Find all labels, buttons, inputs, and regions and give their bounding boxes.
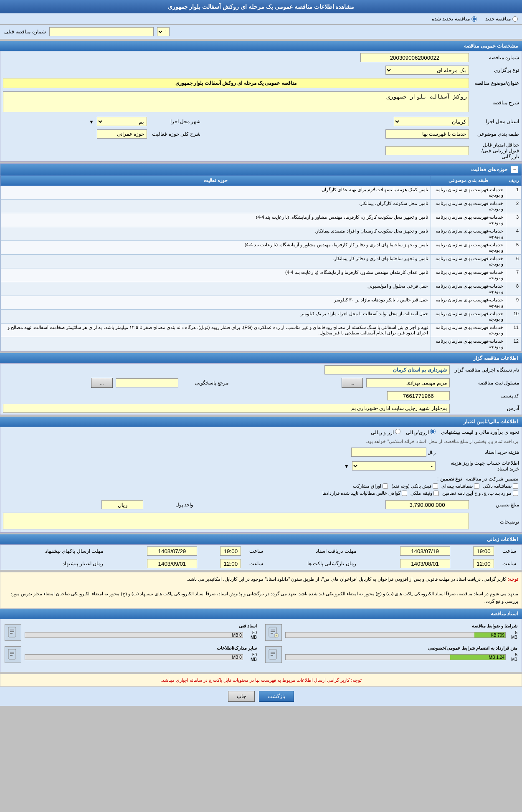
doc-send-date-input[interactable] <box>147 546 197 556</box>
guarantee-conditions-item[interactable]: موارد بند ب، ج، و ح آیین نامه تضامین <box>442 491 518 496</box>
financial-info-header: اطلاعات مالی/تامین اعتبار <box>0 417 522 427</box>
tender-conditions-label: شرایط و ضوابط مناقصه <box>285 623 517 629</box>
pricing-rial-label[interactable]: ارزی/ریالی <box>405 430 436 435</box>
activity-collapse-btn[interactable]: − <box>511 166 518 173</box>
guarantee-bank-item[interactable]: ضمانتنامه بانکی <box>483 483 518 489</box>
technical-docs-current: 0 MB <box>232 632 241 638</box>
private-conditions-progress-row: 5 MB 1.24 MB <box>285 653 517 662</box>
page-title: مشاهده اطلاعات مناقصه عمومی یک مرحله ای … <box>0 0 522 13</box>
guarantee-amount-label: مبلغ تضمین <box>471 498 522 511</box>
tender-subject-label: عنوان/موضوع مناقصه <box>471 76 522 90</box>
activity-row: 6 خدمات-فهرست بهای سازمان برنامه و بودجه… <box>1 255 522 268</box>
guarantee-amount-input[interactable] <box>385 500 469 509</box>
doc-receive-date-input[interactable] <box>400 546 450 556</box>
prev-tender-input[interactable] <box>49 27 154 36</box>
prev-tender-label: شماره مناقصه قبلی <box>4 29 46 35</box>
file-row-2: متن قرارداد به انضمام شرایط عمومی/خصوصی … <box>5 645 517 663</box>
activity-row-num: 11 <box>506 324 522 337</box>
doc-receive-time-input[interactable] <box>473 546 494 556</box>
pricing-rial-radio[interactable] <box>430 429 436 434</box>
activity-row-category: خدمات-فهرست بهای سازمان برنامه و بودجه <box>431 310 506 324</box>
activity-row-activity: تامین و تجهیز محل سکونت کارگران، کارفرما… <box>1 213 431 227</box>
guarantee-check-check[interactable] <box>433 483 438 489</box>
activity-row-activity: حمل آسفالت از محل تولید آسفالت تا محل اج… <box>1 310 431 324</box>
tender-conditions-current: 709 KB <box>491 632 504 638</box>
tender-conditions-info: شرایط و ضوابط مناقصه 5 MB 709 KB <box>285 623 517 641</box>
revised-tender-radio-input[interactable] <box>471 16 477 22</box>
guarantee-participation-check[interactable] <box>383 483 388 489</box>
doc-cost-label: هزینه خرید اسناد <box>438 446 522 458</box>
org-name-value: شهرداری بم استان کرمان <box>324 365 450 374</box>
revised-tender-radio[interactable]: مناقصه تجدید شده <box>432 16 477 22</box>
guarantee-type-checkboxes: ضمانتنامه بانکی ضمانتنامه بیمه‌ای فیش با… <box>4 483 518 489</box>
responsible-label: مسئول ثبت مناقصه <box>452 376 522 390</box>
account-select[interactable]: - <box>352 461 436 471</box>
validity-date-input[interactable] <box>147 559 197 568</box>
packet-open-label: زمان بارگشایی پاکت ها <box>269 557 358 570</box>
guarantee-contracts-check[interactable] <box>402 491 407 496</box>
activity-row-num: 8 <box>506 282 522 296</box>
new-tender-radio[interactable]: مناقصه جدید <box>485 16 518 22</box>
organizer-info-header: اطلاعات مناقصه گزار <box>0 353 522 363</box>
guarantee-property-check[interactable] <box>433 491 439 496</box>
guarantee-conditions-label: موارد بند ب، ج، و ح آیین نامه تضامین <box>442 491 512 496</box>
guarantee-conditions-check[interactable] <box>513 491 518 496</box>
pricing-rial-only-label[interactable]: ارز و ریالی <box>371 430 400 435</box>
ref-input[interactable] <box>116 378 178 387</box>
tender-number-field[interactable] <box>360 53 469 62</box>
private-conditions-file: متن قرارداد به انضمام شرایط عمومی/خصوصی … <box>265 645 517 663</box>
guarantee-unit-input[interactable] <box>101 500 143 509</box>
activity-row: 8 خدمات-فهرست بهای سازمان برنامه و بودجه… <box>1 282 522 296</box>
guarantee-bank-check[interactable] <box>513 483 518 489</box>
guarantee-label: تضمین شرکت در مناقصه نوع تضمین : <box>437 476 518 482</box>
ref-more-btn[interactable]: ... <box>91 378 112 388</box>
prev-tender-select[interactable]: ▼ <box>157 27 170 36</box>
guarantee-participation-item[interactable]: اوراق مشارکت <box>353 483 388 489</box>
packet-open-date-input[interactable] <box>400 559 450 568</box>
activity-row-num: 3 <box>506 213 522 227</box>
min-score-input[interactable] <box>385 146 469 155</box>
packet-open-time-input[interactable] <box>473 559 494 568</box>
tender-desc-textarea[interactable]: روکش آسفالت بلوار جمهوری <box>3 91 469 112</box>
doc-send-time-input[interactable] <box>220 546 241 556</box>
guarantee-check-item[interactable]: فیش بانکی (وجه نقد) <box>391 483 438 489</box>
pricing-rial-only-radio[interactable] <box>395 429 400 434</box>
activity-row-num: 7 <box>506 268 522 282</box>
activity-row-category: خدمات-فهرست بهای سازمان برنامه و بودجه <box>431 324 506 337</box>
notice-text: کاربر گرامی، دریافت اسناد در مهلت قانونی… <box>187 577 506 582</box>
technical-docs-icon <box>5 624 21 641</box>
new-tender-radio-input[interactable] <box>512 16 518 22</box>
tender-type-select[interactable]: یک مرحله ای <box>385 66 469 75</box>
province-label: استان محل اجرا <box>471 115 522 128</box>
city-select[interactable]: بم <box>97 117 147 126</box>
guarantee-insurance-item[interactable]: ضمانتنامه بیمه‌ای <box>441 483 479 489</box>
postal-input[interactable] <box>387 391 450 400</box>
pricing-type-label: نحوه ی برآورد مالی و قیمت پیشنهادی <box>438 427 522 437</box>
attachments-section: شرایط و ضوابط مناقصه 5 MB 709 KB <box>0 619 522 672</box>
activity-row-category: خدمات-فهرست بهای سازمان برنامه و بودجه <box>431 200 506 213</box>
validity-time-input[interactable] <box>220 559 241 568</box>
doc-cost-input[interactable] <box>351 448 426 457</box>
guarantee-contracts-item[interactable]: گواهی خالص مطالبات تایید شده قراردادها <box>322 491 407 496</box>
activity-row-category: خدمات-فهرست بهای سازمان برنامه و بودجه <box>431 227 506 241</box>
notes-label: توضیحات <box>471 511 522 532</box>
technical-docs-progress: 0 MB <box>25 632 243 638</box>
activity-row-num: 12 <box>506 337 522 351</box>
private-conditions-max: 5 MB <box>508 653 517 662</box>
activity-row-num: 1 <box>506 186 522 200</box>
guarantee-insurance-check[interactable] <box>474 483 479 489</box>
guarantee-insurance-label: ضمانتنامه بیمه‌ای <box>441 483 473 489</box>
guarantee-property-item[interactable]: وثیقه ملکی <box>411 491 438 496</box>
back-button[interactable]: بازگشت <box>259 691 294 702</box>
guarantee-contracts-label: گواهی خالص مطالبات تایید شده قراردادها <box>322 491 400 496</box>
print-button[interactable]: چاپ <box>228 691 255 702</box>
activity-section: − حوزه های فعالیت ردیف طبقه بندی موضوعی … <box>0 163 522 352</box>
general-specs-header: مشخصات عمومی مناقصه <box>0 41 522 51</box>
responsible-more-btn[interactable]: ... <box>342 378 363 388</box>
activity-row-activity <box>1 337 431 351</box>
col-category: طبقه بندی موضوعی <box>431 176 506 186</box>
province-select[interactable]: کرمان <box>394 117 469 126</box>
documents-notice: توجه: کاربر گرامی، دریافت اسناد در مهلت … <box>0 572 522 609</box>
notes-textarea[interactable] <box>3 513 469 529</box>
guarantee-property-label: وثیقه ملکی <box>411 491 432 496</box>
